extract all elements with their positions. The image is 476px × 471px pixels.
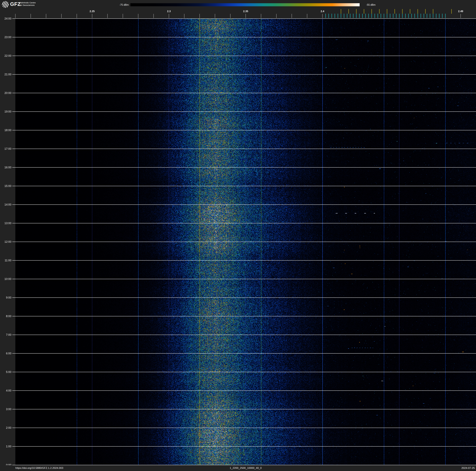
ble-channel-tick — [414, 14, 415, 18]
time-tick-label: 20:00 — [4, 91, 11, 95]
time-tick-label: 9:00 — [6, 296, 11, 299]
ble-channel-tick — [421, 14, 421, 18]
ble-channel-tick — [328, 14, 329, 18]
freq-minor-tick — [61, 14, 62, 18]
ble-channel-tick — [384, 14, 384, 18]
spectrogram-canvas — [15, 18, 476, 465]
wifi-channel-tick — [356, 9, 357, 14]
wifi-channel-tick — [433, 9, 433, 14]
time-tick-label: 2:00 — [6, 426, 11, 430]
ble-channel-tick — [356, 14, 357, 18]
frequency-axis: 2.252.32.352.42.49 — [0, 0, 476, 18]
time-tick-label: 19:00 — [4, 110, 11, 113]
ble-channel-tick — [335, 14, 335, 18]
ble-channel-tick — [433, 14, 433, 18]
wifi-channel-tick — [348, 9, 349, 14]
ble-channel-tick — [439, 14, 440, 18]
ble-channel-tick — [445, 14, 446, 18]
ble-channel-tick — [390, 14, 390, 18]
wifi-channel-tick — [402, 9, 403, 14]
time-tick-label: 3:00 — [6, 408, 11, 411]
time-tick-label: 7:00 — [6, 333, 11, 337]
wifi-channel-tick — [394, 9, 395, 14]
ble-channel-tick — [411, 14, 412, 18]
ble-channel-tick — [359, 14, 360, 18]
freq-minor-tick — [322, 14, 323, 18]
ble-channel-tick — [436, 14, 436, 18]
wifi-channel-tick — [410, 9, 410, 14]
freq-minor-tick — [246, 14, 246, 18]
wifi-channel-tick — [451, 9, 452, 14]
freq-minor-tick — [307, 14, 307, 18]
time-tick-label: 21:00 — [4, 73, 11, 76]
ble-channel-tick — [387, 14, 387, 18]
wifi-channel-tick — [364, 9, 364, 14]
freq-minor-tick — [276, 14, 276, 18]
ble-channel-tick — [365, 14, 366, 18]
time-tick-label: 4:00 — [6, 389, 11, 392]
freq-minor-tick — [184, 14, 184, 18]
time-tick-label: 5:00 — [6, 370, 11, 374]
ble-channel-tick — [381, 14, 381, 18]
time-tick-label: 18:00 — [4, 129, 11, 132]
ble-channel-tick — [332, 14, 332, 18]
ble-channel-tick — [378, 14, 378, 18]
spectrogram-app: GFZ Helmholtz Centre for Geosciences -75… — [0, 0, 476, 471]
ble-channel-tick — [353, 14, 354, 18]
freq-minor-tick — [107, 14, 108, 18]
time-tick-label: 24:00 — [4, 17, 11, 20]
ble-channel-tick — [341, 14, 341, 18]
ble-channel-tick — [347, 14, 347, 18]
ble-channel-tick — [442, 14, 442, 18]
freq-minor-tick — [169, 14, 169, 18]
freq-minor-tick — [200, 14, 200, 18]
footer-bar: https://doi.org/10.5880/GFZ.1.2.2024.003… — [0, 465, 476, 471]
ble-channel-tick — [408, 14, 409, 18]
time-tick-label: 12:00 — [4, 240, 11, 243]
ble-channel-tick — [374, 14, 375, 18]
date-label: 2024-07-25 — [461, 467, 475, 470]
doi-link[interactable]: https://doi.org/10.5880/GFZ.1.2.2024.003 — [15, 467, 63, 470]
ble-channel-tick — [405, 14, 406, 18]
ble-channel-tick — [350, 14, 350, 18]
wifi-channel-tick — [341, 9, 341, 14]
ble-channel-tick — [338, 14, 338, 18]
freq-minor-tick — [92, 14, 92, 18]
freq-minor-tick — [153, 14, 154, 18]
time-tick-label: 22:00 — [4, 54, 11, 57]
dataset-filename: 1_2200_2500_10000_40_0 — [230, 467, 262, 470]
wifi-channel-tick — [372, 9, 372, 14]
ble-channel-tick — [393, 14, 393, 18]
ble-channel-tick — [344, 14, 344, 18]
ble-channel-tick — [368, 14, 369, 18]
time-tick-label: 1:00 — [6, 445, 11, 448]
wifi-channel-tick — [425, 9, 426, 14]
time-tick-label: 14:00 — [4, 203, 11, 206]
ble-channel-tick — [362, 14, 363, 18]
ble-channel-tick — [424, 14, 424, 18]
freq-minor-tick — [215, 14, 215, 18]
wifi-channel-tick — [387, 9, 387, 14]
freq-tick-label: 2.49 — [458, 10, 463, 13]
wifi-channel-tick — [379, 9, 380, 14]
time-tick-label: 6:00 — [6, 352, 11, 355]
ble-channel-tick — [325, 14, 326, 18]
freq-minor-tick — [292, 14, 292, 18]
time-tick-label: 11:00 — [5, 259, 11, 262]
time-tick-label: 10:00 — [4, 277, 11, 281]
freq-minor-tick — [230, 14, 230, 18]
time-tick-label: 15:00 — [4, 184, 11, 188]
ble-channel-tick — [402, 14, 403, 18]
freq-tick-label: 2.3 — [167, 10, 171, 13]
time-tick-label: 16:00 — [4, 166, 11, 169]
freq-tick-label: 2.35 — [243, 10, 248, 13]
time-tick-label: 17:00 — [4, 147, 11, 150]
freq-minor-tick — [261, 14, 261, 18]
freq-minor-tick — [123, 14, 123, 18]
time-tick-label: 13:00 — [4, 222, 11, 225]
ble-channel-tick — [399, 14, 400, 18]
time-axis: 24:0023:0022:0021:0020:0019:0018:0017:00… — [0, 0, 15, 471]
time-tick-label: 8:00 — [6, 315, 11, 318]
freq-minor-tick — [46, 14, 46, 18]
ble-channel-tick — [396, 14, 396, 18]
